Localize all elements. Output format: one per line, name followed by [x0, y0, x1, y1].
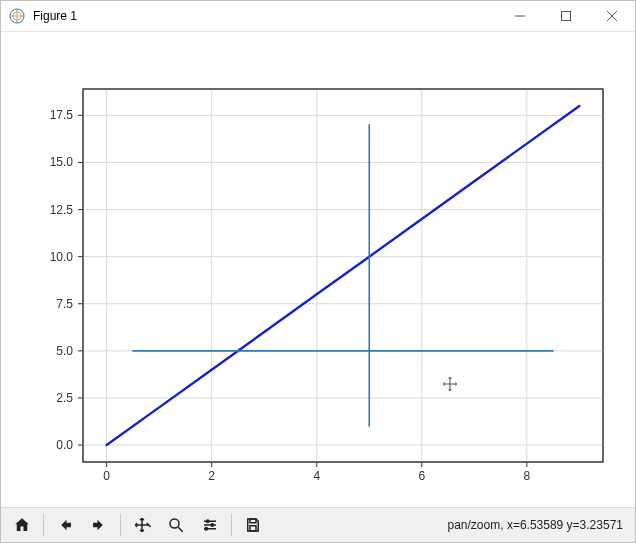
svg-text:17.5: 17.5 [50, 108, 74, 122]
svg-text:7.5: 7.5 [56, 297, 73, 311]
svg-text:8: 8 [523, 469, 530, 483]
minimize-button[interactable] [497, 1, 543, 31]
nav-toolbar: pan/zoom, x=6.53589 y=3.23571 [1, 507, 635, 542]
save-button[interactable] [238, 510, 268, 540]
maximize-button[interactable] [543, 1, 589, 31]
svg-point-54 [207, 520, 209, 522]
pan-button[interactable] [127, 510, 157, 540]
close-icon [607, 11, 617, 21]
matplotlib-icon [9, 8, 25, 24]
forward-button[interactable] [84, 510, 114, 540]
svg-line-50 [178, 527, 183, 532]
svg-text:2.5: 2.5 [56, 391, 73, 405]
arrow-left-icon [56, 516, 74, 534]
toolbar-separator [120, 514, 121, 536]
home-button[interactable] [7, 510, 37, 540]
arrow-right-icon [90, 516, 108, 534]
svg-rect-5 [562, 12, 571, 21]
svg-rect-57 [250, 519, 256, 523]
svg-rect-58 [250, 526, 256, 531]
svg-text:0.0: 0.0 [56, 438, 73, 452]
move-icon [133, 516, 151, 534]
svg-text:4: 4 [313, 469, 320, 483]
svg-text:2: 2 [208, 469, 215, 483]
sliders-icon [201, 516, 219, 534]
svg-text:0: 0 [103, 469, 110, 483]
subplots-button[interactable] [195, 510, 225, 540]
svg-text:12.5: 12.5 [50, 203, 74, 217]
save-icon [244, 516, 262, 534]
magnifier-icon [167, 516, 185, 534]
cursor-status: pan/zoom, x=6.53589 y=3.23571 [448, 518, 629, 532]
window-title: Figure 1 [33, 9, 77, 23]
svg-point-56 [205, 528, 207, 530]
toolbar-separator [231, 514, 232, 536]
back-button[interactable] [50, 510, 80, 540]
home-icon [13, 516, 31, 534]
figure-window: Figure 1 024680.02.55.07.510.012.515.017… [0, 0, 636, 543]
svg-text:15.0: 15.0 [50, 155, 74, 169]
plot-svg: 024680.02.55.07.510.012.515.017.5 [1, 32, 635, 509]
maximize-icon [561, 11, 571, 21]
svg-point-55 [211, 524, 213, 526]
titlebar[interactable]: Figure 1 [1, 1, 635, 32]
svg-text:5.0: 5.0 [56, 344, 73, 358]
toolbar-separator [43, 514, 44, 536]
minimize-icon [515, 11, 525, 21]
svg-point-49 [170, 519, 179, 528]
svg-text:6: 6 [418, 469, 425, 483]
plot-canvas[interactable]: 024680.02.55.07.510.012.515.017.5 [1, 32, 635, 507]
close-button[interactable] [589, 1, 635, 31]
zoom-button[interactable] [161, 510, 191, 540]
svg-text:10.0: 10.0 [50, 250, 74, 264]
